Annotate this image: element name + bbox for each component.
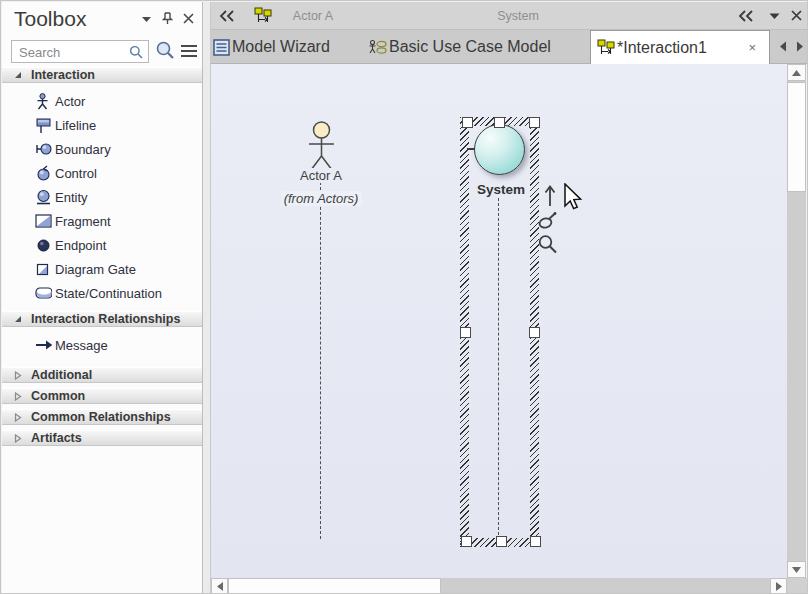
- search-options-icon[interactable]: [155, 40, 176, 61]
- system-name-label[interactable]: System: [477, 182, 525, 197]
- collapsed-triangle-icon: [14, 392, 28, 401]
- selection-handle[interactable]: [462, 117, 473, 128]
- tab-basic-use-case-model[interactable]: Basic Use Case Model: [369, 30, 551, 64]
- message-arrow-icon: [35, 337, 52, 354]
- control-icon: [35, 165, 52, 182]
- diagram-canvas[interactable]: Actor A (from Actors) System: [211, 64, 787, 578]
- toolbox-title: Toolbox: [14, 7, 86, 31]
- horizontal-scrollbar[interactable]: [211, 578, 787, 594]
- tool-actor[interactable]: Actor: [2, 89, 202, 113]
- tab-close-icon[interactable]: ×: [748, 40, 756, 55]
- application-window: Toolbox Search Interaction: [0, 0, 808, 594]
- header-lifeline-actor: Actor A: [293, 9, 333, 23]
- header-lifeline-system: System: [497, 9, 539, 23]
- diagram-gate-icon: [35, 261, 52, 278]
- search-placeholder: Search: [19, 45, 60, 60]
- actor-name-label[interactable]: Actor A: [298, 168, 344, 183]
- fragment-icon: [35, 213, 52, 230]
- toolbox-search-row: Search: [2, 39, 202, 65]
- section-artifacts[interactable]: Artifacts: [2, 430, 202, 446]
- endpoint-icon: [35, 237, 52, 254]
- scroll-up-button[interactable]: [787, 64, 806, 81]
- selection-handle[interactable]: [530, 536, 541, 547]
- diagram-header-strip: Actor A System: [211, 2, 808, 30]
- quicklink-up-arrow-icon[interactable]: [543, 184, 557, 208]
- search-icon: [129, 45, 143, 59]
- actor-icon: [35, 93, 52, 110]
- panel-splitter[interactable]: [203, 2, 211, 594]
- model-wizard-icon: [213, 39, 230, 56]
- selection-handle[interactable]: [494, 117, 505, 128]
- expanded-triangle-icon: [14, 315, 28, 323]
- selection-handle[interactable]: [529, 117, 540, 128]
- actor-stereotype-label: (from Actors): [281, 191, 362, 206]
- vertical-scroll-thumb[interactable]: [787, 82, 806, 192]
- dropdown-arrow-icon[interactable]: [769, 13, 780, 20]
- zoom-icon[interactable]: [537, 234, 559, 255]
- use-case-model-icon: [369, 39, 387, 56]
- pin-icon[interactable]: [162, 12, 173, 25]
- scroll-left-button[interactable]: [211, 578, 228, 594]
- selection-handle[interactable]: [460, 327, 471, 338]
- quicklink-new-element-icon[interactable]: [537, 210, 559, 231]
- tool-diagram-gate[interactable]: Diagram Gate: [2, 257, 202, 281]
- horizontal-scroll-thumb[interactable]: [228, 578, 441, 594]
- vertical-scrollbar[interactable]: [787, 64, 806, 578]
- tool-boundary[interactable]: Boundary: [2, 137, 202, 161]
- collapsed-triangle-icon: [14, 413, 28, 422]
- hamburger-menu-icon[interactable]: [180, 44, 198, 58]
- actor-figure[interactable]: [303, 120, 340, 173]
- tool-endpoint[interactable]: Endpoint: [2, 233, 202, 257]
- sequence-diagram-icon: [597, 39, 615, 57]
- section-interaction[interactable]: Interaction: [2, 67, 202, 83]
- tab-scroll-left-icon[interactable]: [778, 40, 788, 53]
- tool-fragment[interactable]: Fragment: [2, 209, 202, 233]
- sequence-diagram-icon: [254, 7, 272, 25]
- scroll-right-button[interactable]: [770, 578, 787, 594]
- chevron-down-icon[interactable]: [141, 15, 152, 23]
- tab-interaction1[interactable]: *Interaction1 ×: [590, 30, 770, 64]
- system-lifeline[interactable]: [498, 198, 499, 535]
- section-common-relationships[interactable]: Common Relationships: [2, 409, 202, 425]
- main-area: Actor A System Model Wizard Basic Use Ca…: [211, 2, 808, 594]
- collapsed-triangle-icon: [14, 434, 28, 443]
- search-input[interactable]: Search: [11, 40, 149, 63]
- mouse-cursor: [563, 183, 585, 213]
- toolbox-panel: Toolbox Search Interaction: [2, 2, 203, 594]
- collapse-left-icon[interactable]: [219, 10, 235, 22]
- tool-message[interactable]: Message: [2, 333, 202, 357]
- toolbox-body: Interaction Actor Lifeline Boundary Con: [2, 66, 202, 446]
- section-interaction-relationships[interactable]: Interaction Relationships: [2, 311, 202, 327]
- document-tab-bar: Model Wizard Basic Use Case Model *Inter…: [211, 30, 808, 64]
- selection-handle[interactable]: [529, 327, 540, 338]
- state-continuation-icon: [35, 285, 52, 302]
- toolbox-titlebar: Toolbox: [2, 2, 202, 38]
- boundary-icon: [35, 141, 52, 158]
- selection-handle[interactable]: [461, 536, 472, 547]
- tab-scroll-right-icon[interactable]: [795, 40, 805, 53]
- tool-lifeline[interactable]: Lifeline: [2, 113, 202, 137]
- close-icon[interactable]: [183, 13, 194, 24]
- tool-control[interactable]: Control: [2, 161, 202, 185]
- scroll-down-button[interactable]: [787, 561, 806, 578]
- section-common[interactable]: Common: [2, 388, 202, 404]
- scrollbar-corner: [787, 578, 808, 594]
- selection-handle[interactable]: [496, 536, 507, 547]
- collapsed-triangle-icon: [14, 371, 28, 380]
- tool-state-continuation[interactable]: State/Continuation: [2, 281, 202, 305]
- close-diagram-icon[interactable]: [791, 10, 802, 21]
- section-additional[interactable]: Additional: [2, 367, 202, 383]
- actor-lifeline[interactable]: [320, 182, 321, 539]
- tab-model-wizard[interactable]: Model Wizard: [213, 30, 330, 64]
- system-boundary-circle[interactable]: [474, 124, 525, 175]
- collapse-right-icon[interactable]: [738, 10, 754, 22]
- expanded-triangle-icon: [14, 71, 28, 79]
- lifeline-icon: [35, 117, 52, 134]
- tool-entity[interactable]: Entity: [2, 185, 202, 209]
- entity-icon: [35, 189, 52, 206]
